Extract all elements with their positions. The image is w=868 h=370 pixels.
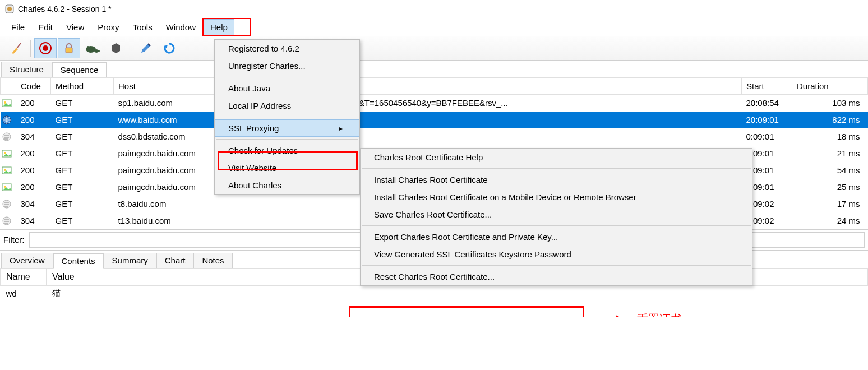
row-type-icon [1,162,16,179]
cell-host: paimgcdn.baidu.com [114,179,215,196]
menu-item-visit-website[interactable]: Visit Website [215,159,359,177]
title-bar: Charles 4.6.2 - Session 1 * [0,0,868,18]
menu-edit[interactable]: Edit [31,19,59,35]
submenu-cert-help[interactable]: Charles Root Certificate Help [361,149,752,166]
cell-method: GET [51,162,114,179]
tab-overview[interactable]: Overview [1,253,53,268]
svg-point-4 [43,45,48,51]
lock-icon[interactable] [58,38,80,58]
submenu-reset-cert[interactable]: Reset Charles Root Certificate... [361,268,752,285]
submenu-save-cert[interactable]: Save Charles Root Certificate... [361,206,752,223]
repeat-icon[interactable] [158,38,181,58]
cell-host: t8.baidu.com [114,196,215,212]
cell-code: 200 [16,145,51,162]
svg-point-9 [98,50,100,52]
row-type-icon [1,112,16,128]
row-type-icon [1,212,16,229]
row-type-icon [1,95,16,112]
cell-duration: 25 ms [792,179,868,196]
toolbar [0,36,868,61]
window-title: Charles 4.6.2 - Session 1 * [18,4,112,13]
detail-value: 猫 [47,285,868,301]
table-row[interactable]: 304GETdss0.bdstatic.com0:09:0118 ms [1,128,868,145]
table-row[interactable]: 200GETsp1.baidu.com2e88luM_a/w.gif?q=%C3… [1,95,868,112]
cell-method: GET [51,112,114,128]
menu-bar: File Edit View Proxy Tools Window Help [0,18,868,36]
cell-code: 200 [16,95,51,112]
svg-point-22 [4,169,6,171]
tab-chart[interactable]: Chart [156,253,194,268]
menu-item-ssl-proxying[interactable]: SSL Proxying [215,119,359,137]
menu-help[interactable]: Help [204,19,234,35]
cell-host: sp1.baidu.com [114,95,215,112]
col-host[interactable]: Host [114,78,742,95]
tab-contents[interactable]: Contents [53,253,104,269]
record-icon[interactable] [34,38,57,58]
table-row[interactable]: 200GETwww.baidu.comAB20:09:01822 ms [1,112,868,128]
menu-tools[interactable]: Tools [126,19,159,35]
detail-col-name[interactable]: Name [1,268,47,285]
cell-method: GET [51,145,114,162]
cell-duration: 822 ms [792,112,868,128]
cell-code: 200 [16,179,51,196]
svg-marker-34 [616,315,622,317]
cell-host: dss0.bdstatic.com [114,128,215,145]
cell-code: 304 [16,212,51,229]
cell-duration: 17 ms [792,196,868,212]
compose-icon[interactable] [135,38,157,58]
menu-view[interactable]: View [59,19,91,35]
menu-file[interactable]: File [4,19,31,35]
cell-start: 20:09:01 [742,112,792,128]
svg-line-2 [17,43,21,48]
help-menu-dropdown: Registered to 4.6.2 Unregister Charles..… [214,39,360,195]
tab-summary[interactable]: Summary [104,253,156,268]
annotation-arrow [544,314,634,317]
submenu-install-mobile[interactable]: Install Charles Root Certificate on a Mo… [361,188,752,206]
menu-item-check-updates[interactable]: Check for Updates [215,142,359,159]
row-type-icon [1,145,16,162]
cell-code: 200 [16,162,51,179]
cell-method: GET [51,128,114,145]
tab-sequence[interactable]: Sequence [52,62,107,77]
menu-item-unregister[interactable]: Unregister Charles... [215,57,359,75]
throttle-icon[interactable] [81,38,104,58]
col-code[interactable]: Code [16,78,51,95]
menu-item-about-java[interactable]: About Java [215,80,359,97]
menu-window[interactable]: Window [159,19,202,35]
row-type-icon [1,196,16,212]
svg-point-15 [3,133,11,141]
filter-label: Filter: [3,235,25,244]
cell-host: t13.baidu.com [114,212,215,229]
svg-point-1 [7,7,12,11]
col-start[interactable]: Start [742,78,792,95]
menu-proxy[interactable]: Proxy [91,19,126,35]
menu-item-about-charles[interactable]: About Charles [215,177,359,194]
breakpoints-icon[interactable] [105,38,127,58]
cell-host: paimgcdn.baidu.com [114,145,215,162]
submenu-install-cert[interactable]: Install Charles Root Certificate [361,171,752,188]
ssl-proxying-submenu: Charles Root Certificate Help Install Ch… [360,148,752,286]
cell-start: 0:09:01 [742,128,792,145]
tab-structure[interactable]: Structure [1,62,52,77]
cell-duration: 21 ms [792,145,868,162]
app-icon [4,4,15,14]
cell-duration: 54 ms [792,162,868,179]
broom-icon[interactable] [4,38,27,58]
cell-method: GET [51,196,114,212]
col-icon[interactable] [1,78,16,95]
row-type-icon [1,128,16,145]
submenu-export-cert[interactable]: Export Charles Root Certificate and Priv… [361,228,752,246]
submenu-view-keystore[interactable]: View Generated SSL Certificates Keystore… [361,246,752,263]
menu-item-registered[interactable]: Registered to 4.6.2 [215,40,359,57]
tab-notes[interactable]: Notes [193,253,232,268]
cell-code: 304 [16,128,51,145]
cell-code: 200 [16,112,51,128]
col-duration[interactable]: Duration [792,78,868,95]
detail-row[interactable]: wd 猫 [1,285,868,301]
svg-point-25 [3,200,11,208]
cell-start: 20:08:54 [742,95,792,112]
menu-item-local-ip[interactable]: Local IP Address [215,97,359,114]
cell-duration: 103 ms [792,95,868,112]
session-tabs: Structure Sequence [0,62,868,77]
col-method[interactable]: Method [51,78,114,95]
